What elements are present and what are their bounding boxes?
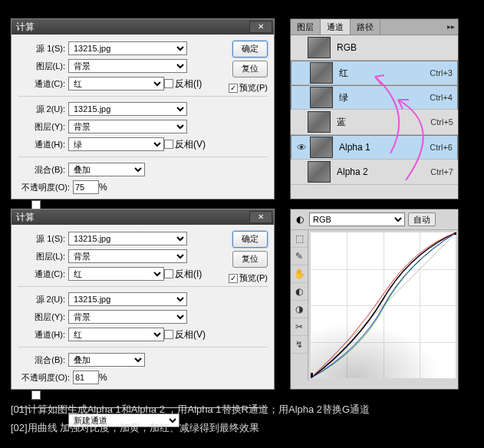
src2-layer-select[interactable]: 背景	[68, 120, 187, 133]
divider	[18, 347, 268, 348]
ok-button[interactable]: 确定	[232, 41, 268, 58]
calc-dialog-1: 计算 ✕ 确定 复位 预览(P) 源 1(S):13215.jpg 图层(L):…	[11, 18, 275, 199]
src2-file-select[interactable]: 13215.jpg	[68, 102, 187, 116]
src2-label: 源 2(U):	[18, 294, 65, 305]
tool-point-icon[interactable]: ⬚	[291, 230, 308, 248]
channels-panel: 图层 通道 路径 ▸▸ RGB 红Ctrl+3 绿Ctrl+4 蓝Ctrl+5 …	[290, 18, 459, 199]
blend-label: 混合(B):	[18, 354, 65, 366]
curves-plot	[311, 232, 456, 378]
panel-tabbar: 图层 通道 路径 ▸▸	[291, 19, 458, 35]
src1-invert-checkbox[interactable]	[164, 269, 173, 278]
src1-layer-select[interactable]: 背景	[68, 249, 187, 263]
src2-invert-checkbox[interactable]	[164, 140, 173, 149]
src2-channel-select[interactable]: 红	[68, 328, 164, 341]
svg-rect-2	[454, 232, 456, 235]
src1-channel-select[interactable]: 红	[68, 267, 164, 281]
mask-checkbox[interactable]	[31, 390, 41, 400]
channel-thumb	[310, 87, 333, 108]
src1-channel-label: 通道(C):	[18, 78, 65, 90]
mask-label: 蒙版(K)...	[42, 389, 81, 402]
src1-invert-label: 反相(I)	[175, 77, 202, 91]
src2-file-select[interactable]: 13215.jpg	[68, 292, 187, 306]
opacity-label: 不透明度(O):	[18, 372, 70, 384]
divider	[18, 156, 268, 157]
src1-label: 源 1(S):	[18, 233, 65, 245]
opacity-input[interactable]	[73, 180, 99, 194]
channel-row-rgb[interactable]: RGB	[291, 35, 458, 61]
blend-mode-select[interactable]: 叠加	[68, 353, 145, 367]
src1-channel-select[interactable]: 红	[68, 77, 164, 91]
dialog-title: 计算	[16, 21, 35, 32]
channel-row-red[interactable]: 红Ctrl+3	[291, 61, 458, 85]
panel-menu-icon[interactable]: ▸▸	[447, 22, 455, 31]
tool-hand-icon[interactable]: ✋	[291, 265, 308, 283]
src2-layer-label: 图层(Y):	[18, 121, 65, 133]
blend-mode-select[interactable]: 叠加	[68, 163, 145, 176]
tool-clip-icon[interactable]: ✂	[291, 318, 308, 336]
reset-button[interactable]: 复位	[232, 61, 268, 77]
src1-channel-label: 通道(C):	[18, 268, 65, 280]
dialog-titlebar[interactable]: 计算 ✕	[12, 209, 274, 225]
curves-channel-select[interactable]: RGB	[309, 212, 405, 226]
ok-button[interactable]: 确定	[232, 231, 268, 248]
channel-thumb	[310, 62, 333, 84]
src1-label: 源 1(S):	[18, 43, 65, 54]
src2-channel-label: 通道(H):	[18, 139, 65, 150]
channel-row-alpha2[interactable]: Alpha 2Ctrl+7	[291, 160, 458, 185]
src2-channel-select[interactable]: 绿	[68, 137, 164, 151]
caption-line-1: [01]计算如图生成Alpha 1和Alpha 2 ，用Alpha 1替换R通道…	[11, 402, 370, 417]
divider	[18, 286, 268, 287]
calc-dialog-2: 计算 ✕ 确定 复位 预览(P) 源 1(S):13215.jpg 图层(L):…	[11, 209, 275, 390]
dialog-title: 计算	[16, 212, 35, 222]
channel-row-green[interactable]: 绿Ctrl+4	[291, 85, 458, 110]
channel-list: RGB 红Ctrl+3 绿Ctrl+4 蓝Ctrl+5 👁Alpha 1Ctrl…	[291, 35, 458, 185]
opacity-label: 不透明度(O):	[18, 182, 70, 193]
src2-layer-label: 图层(Y):	[18, 311, 65, 323]
channel-row-blue[interactable]: 蓝Ctrl+5	[291, 110, 458, 135]
channel-thumb	[308, 37, 331, 58]
tool-sample-white-icon[interactable]: ◑	[291, 301, 308, 318]
tab-layers[interactable]: 图层	[291, 19, 321, 35]
src1-file-select[interactable]: 13215.jpg	[68, 232, 187, 245]
dialog-titlebar[interactable]: 计算 ✕	[12, 19, 274, 35]
src1-layer-select[interactable]: 背景	[68, 59, 187, 73]
tab-channels[interactable]: 通道	[321, 19, 351, 35]
blend-label: 混合(B):	[18, 164, 65, 176]
caption-line-2: [02]用曲线 加强对比度，加黄，加红、减绿得到最终效果	[11, 420, 259, 436]
visibility-icon[interactable]: 👁	[293, 142, 310, 153]
curves-auto-button[interactable]: 自动	[408, 212, 436, 226]
src1-layer-label: 图层(L):	[18, 251, 65, 262]
src2-invert-label: 反相(V)	[175, 138, 206, 151]
tool-reset-icon[interactable]: ↯	[291, 336, 308, 354]
curves-graph[interactable]	[311, 232, 456, 378]
reset-button[interactable]: 复位	[232, 251, 268, 268]
divider	[18, 96, 268, 97]
preview-checkbox[interactable]	[229, 274, 238, 283]
channel-thumb	[310, 137, 333, 158]
src1-file-select[interactable]: 13215.jpg	[68, 41, 187, 55]
channel-thumb	[308, 111, 331, 133]
preview-label: 预览(P)	[239, 83, 268, 92]
close-icon[interactable]: ✕	[249, 211, 272, 223]
curves-toolbar: ⬚ ✎ ✋ ◐ ◑ ✂ ↯	[291, 230, 308, 380]
src2-invert-checkbox[interactable]	[164, 330, 173, 339]
src1-invert-label: 反相(I)	[175, 268, 202, 281]
tab-paths[interactable]: 路径	[351, 19, 380, 35]
src2-channel-label: 通道(H):	[18, 329, 65, 341]
src2-invert-label: 反相(V)	[175, 328, 206, 341]
pct-label: %	[99, 182, 107, 193]
pct-label: %	[99, 372, 107, 383]
tool-pencil-icon[interactable]: ✎	[291, 248, 308, 265]
channel-row-alpha1[interactable]: 👁Alpha 1Ctrl+6	[291, 135, 458, 160]
channel-thumb	[308, 161, 331, 183]
tool-sample-black-icon[interactable]: ◐	[291, 283, 308, 301]
src2-layer-select[interactable]: 背景	[68, 310, 187, 324]
src1-layer-label: 图层(L):	[18, 61, 65, 72]
preview-checkbox[interactable]	[229, 84, 238, 93]
opacity-input[interactable]	[73, 371, 99, 384]
curves-icon: ◐	[294, 214, 306, 225]
src1-invert-checkbox[interactable]	[164, 79, 173, 88]
close-icon[interactable]: ✕	[249, 21, 272, 33]
src2-label: 源 2(U):	[18, 104, 65, 115]
svg-rect-1	[311, 373, 313, 377]
